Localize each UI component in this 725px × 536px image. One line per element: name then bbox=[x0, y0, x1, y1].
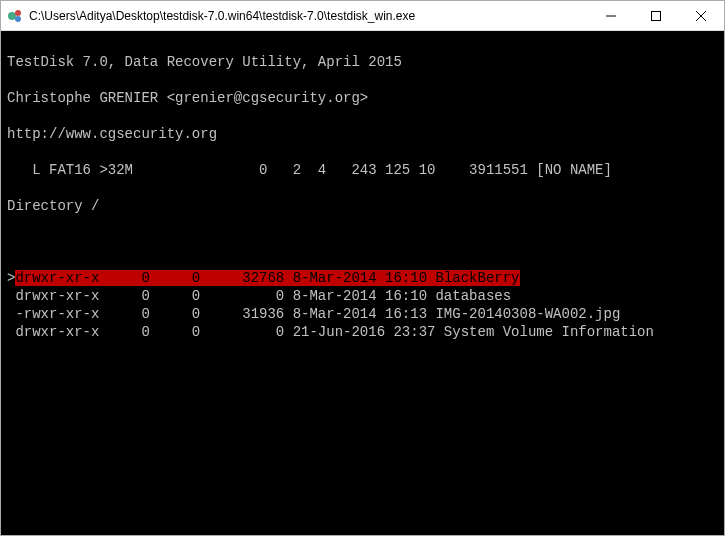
app-icon bbox=[7, 8, 23, 24]
partition-info: L FAT16 >32M 0 2 4 243 125 10 3911551 [N… bbox=[7, 161, 718, 179]
svg-point-0 bbox=[8, 12, 16, 20]
directory-path: Directory / bbox=[7, 197, 718, 215]
blank-row bbox=[7, 233, 718, 251]
window-controls bbox=[588, 1, 724, 30]
terminal-area[interactable]: TestDisk 7.0, Data Recovery Utility, Apr… bbox=[1, 31, 724, 535]
file-row[interactable]: -rwxr-xr-x 0 0 31936 8-Mar-2014 16:13 IM… bbox=[7, 305, 718, 323]
file-row[interactable]: drwxr-xr-x 0 0 0 21-Jun-2016 23:37 Syste… bbox=[7, 323, 718, 341]
header-url: http://www.cgsecurity.org bbox=[7, 125, 718, 143]
header-title: TestDisk 7.0, Data Recovery Utility, Apr… bbox=[7, 53, 718, 71]
svg-point-1 bbox=[15, 10, 21, 16]
spacer bbox=[7, 359, 718, 536]
window-titlebar: C:\Users\Aditya\Desktop\testdisk-7.0.win… bbox=[1, 1, 724, 31]
svg-point-2 bbox=[15, 16, 21, 22]
file-row[interactable]: >drwxr-xr-x 0 0 32768 8-Mar-2014 16:10 B… bbox=[7, 269, 718, 287]
minimize-button[interactable] bbox=[588, 1, 633, 30]
file-row[interactable]: drwxr-xr-x 0 0 0 8-Mar-2014 16:10 databa… bbox=[7, 287, 718, 305]
file-list: >drwxr-xr-x 0 0 32768 8-Mar-2014 16:10 B… bbox=[7, 269, 718, 341]
window-title: C:\Users\Aditya\Desktop\testdisk-7.0.win… bbox=[29, 9, 588, 23]
maximize-button[interactable] bbox=[633, 1, 678, 30]
svg-rect-4 bbox=[651, 11, 660, 20]
close-button[interactable] bbox=[678, 1, 724, 30]
header-author: Christophe GRENIER <grenier@cgsecurity.o… bbox=[7, 89, 718, 107]
